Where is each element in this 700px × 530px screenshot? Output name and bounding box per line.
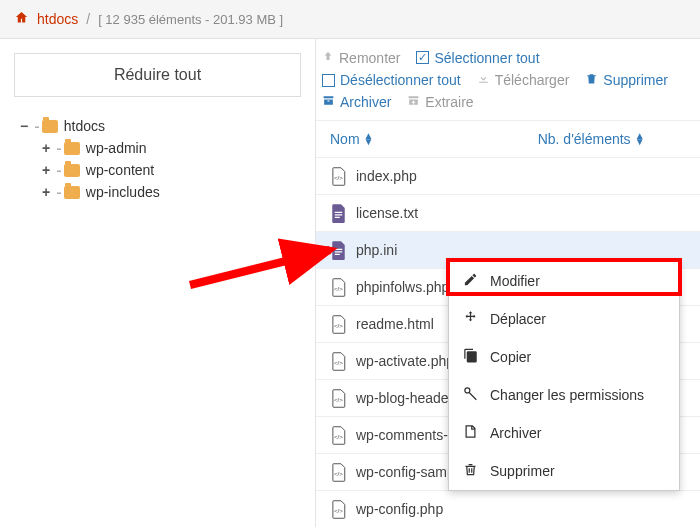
file-icon <box>330 203 346 223</box>
file-icon: </> <box>330 462 346 482</box>
folder-icon <box>64 164 80 177</box>
tree-node-label: wp-includes <box>86 184 160 200</box>
file-name: index.php <box>356 168 417 184</box>
table-header: Nom ▲▼ Nb. d'éléments ▲▼ <box>316 121 700 158</box>
tree-node-label: wp-content <box>86 162 154 178</box>
context-menu-edit[interactable]: Modifier <box>449 262 679 300</box>
svg-text:</>: </> <box>333 395 342 402</box>
archive-button[interactable]: Archiver <box>322 94 391 110</box>
trash-icon <box>463 462 478 480</box>
file-name: license.txt <box>356 205 418 221</box>
copy-icon <box>463 348 478 366</box>
sidebar: Réduire tout − ·· htdocs + ·· wp-admin +… <box>0 39 315 527</box>
extract-button[interactable]: Extraire <box>407 94 473 110</box>
folder-icon <box>64 142 80 155</box>
file-icon: </> <box>330 351 346 371</box>
delete-button[interactable]: Supprimer <box>585 72 668 88</box>
svg-text:</>: </> <box>333 284 342 291</box>
trash-icon <box>585 72 598 88</box>
file-icon: </> <box>330 388 346 408</box>
key-icon <box>463 386 478 404</box>
svg-text:</>: </> <box>333 432 342 439</box>
context-menu-copy[interactable]: Copier <box>449 338 679 376</box>
sort-icon: ▲▼ <box>635 133 645 145</box>
tree-node[interactable]: + ·· wp-content <box>40 159 297 181</box>
tree-root-label: htdocs <box>64 118 105 134</box>
toolbar: Remonter ✓ Sélectionner tout Désélection… <box>316 39 700 121</box>
folder-icon <box>64 186 80 199</box>
file-name: wp-config.php <box>356 501 443 517</box>
breadcrumb-root[interactable]: htdocs <box>37 11 78 27</box>
file-icon: </> <box>330 166 346 186</box>
context-menu-delete[interactable]: Supprimer <box>449 452 679 490</box>
breadcrumb: htdocs / [ 12 935 éléments - 201.93 MB ] <box>0 0 700 39</box>
checkbox-checked-icon: ✓ <box>416 51 429 64</box>
expand-icon[interactable]: + <box>40 184 52 200</box>
archive-icon <box>322 94 335 110</box>
tree-node[interactable]: + ·· wp-admin <box>40 137 297 159</box>
file-name: php.ini <box>356 242 397 258</box>
expand-icon[interactable]: + <box>40 162 52 178</box>
collapse-all-button[interactable]: Réduire tout <box>14 53 301 97</box>
file-icon: </> <box>330 277 346 297</box>
svg-text:</>: </> <box>333 469 342 476</box>
folder-tree: − ·· htdocs + ·· wp-admin + ·· wp-conten… <box>14 109 301 209</box>
extract-icon <box>407 94 420 110</box>
tree-root[interactable]: − ·· htdocs <box>18 115 297 137</box>
expand-icon[interactable]: + <box>40 140 52 156</box>
tree-node-label: wp-admin <box>86 140 147 156</box>
file-name: wp-activate.php <box>356 353 454 369</box>
file-icon: </> <box>330 425 346 445</box>
file-icon: </> <box>330 499 346 519</box>
folder-open-icon <box>42 120 58 133</box>
breadcrumb-info: [ 12 935 éléments - 201.93 MB ] <box>98 12 283 27</box>
svg-text:</>: </> <box>333 173 342 180</box>
svg-text:</>: </> <box>333 321 342 328</box>
file-icon: </> <box>330 314 346 334</box>
arrow-up-icon <box>322 49 334 66</box>
file-row[interactable]: license.txt <box>316 195 700 232</box>
download-icon <box>477 72 490 88</box>
file-row[interactable]: </>index.php <box>316 158 700 195</box>
download-button[interactable]: Télécharger <box>477 72 570 88</box>
pencil-icon <box>463 272 478 290</box>
archive-icon <box>463 424 478 442</box>
tree-node[interactable]: + ·· wp-includes <box>40 181 297 203</box>
checkbox-empty-icon <box>322 74 335 87</box>
svg-text:</>: </> <box>333 358 342 365</box>
context-menu-permissions[interactable]: Changer les permissions <box>449 376 679 414</box>
move-icon <box>463 310 478 328</box>
context-menu: Modifier Déplacer Copier Changer les per… <box>448 261 680 491</box>
context-menu-archive[interactable]: Archiver <box>449 414 679 452</box>
column-name[interactable]: Nom ▲▼ <box>330 131 538 147</box>
home-icon <box>14 10 29 28</box>
select-all-button[interactable]: ✓ Sélectionner tout <box>416 50 539 66</box>
go-up-button[interactable]: Remonter <box>322 49 400 66</box>
column-count[interactable]: Nb. d'éléments ▲▼ <box>538 131 686 147</box>
file-name: phpinfolws.php <box>356 279 449 295</box>
file-row[interactable]: </>wp-config.php <box>316 491 700 527</box>
file-name: readme.html <box>356 316 434 332</box>
deselect-all-button[interactable]: Désélectionner tout <box>322 72 461 88</box>
file-icon <box>330 240 346 260</box>
sort-icon: ▲▼ <box>364 133 374 145</box>
svg-text:</>: </> <box>333 506 342 513</box>
collapse-icon[interactable]: − <box>18 118 30 134</box>
context-menu-move[interactable]: Déplacer <box>449 300 679 338</box>
breadcrumb-separator: / <box>86 11 90 27</box>
